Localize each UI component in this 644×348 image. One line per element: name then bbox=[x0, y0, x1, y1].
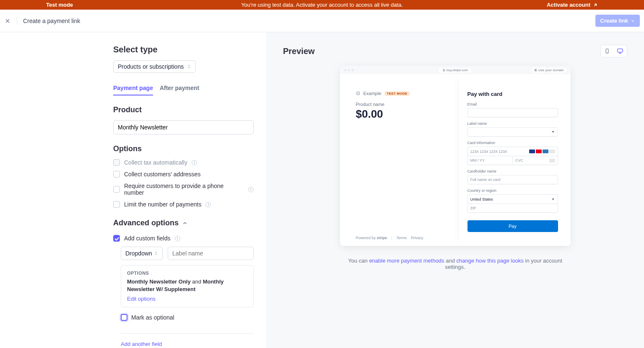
country-select[interactable]: United States bbox=[467, 194, 558, 204]
edit-options-link[interactable]: Edit options bbox=[127, 296, 247, 302]
limit-payments-label: Limit the number of payments bbox=[124, 201, 201, 208]
mobile-preview-button[interactable] bbox=[601, 45, 613, 57]
visa-icon bbox=[529, 150, 535, 153]
options-summary-box: OPTIONS Monthly Newsletter Only and Mont… bbox=[121, 265, 254, 307]
options-heading: Options bbox=[113, 144, 254, 153]
mobile-icon bbox=[604, 48, 610, 54]
form-pane: Select type Products or subscriptions Pa… bbox=[0, 32, 266, 348]
browser-mockup: buy.stripe.com Use your domain Example T… bbox=[340, 66, 571, 246]
custom-fields-checkbox[interactable] bbox=[113, 235, 120, 242]
tab-after-payment[interactable]: After payment bbox=[160, 85, 199, 95]
test-mode-badge: TEST MODE bbox=[384, 91, 409, 96]
info-icon[interactable]: i bbox=[248, 187, 254, 192]
use-your-domain-link[interactable]: Use your domain bbox=[532, 68, 566, 72]
options-box-header: OPTIONS bbox=[127, 271, 247, 276]
privacy-link[interactable]: Privacy bbox=[411, 236, 423, 240]
product-input[interactable] bbox=[113, 120, 254, 134]
pay-button[interactable]: Pay bbox=[467, 220, 558, 232]
browser-chrome: buy.stripe.com Use your domain bbox=[340, 66, 571, 74]
pay-with-card-title: Pay with card bbox=[467, 91, 558, 97]
tab-payment-page[interactable]: Payment page bbox=[113, 85, 153, 95]
add-another-field-link[interactable]: Add another field bbox=[121, 341, 162, 347]
preview-heading: Preview bbox=[283, 46, 315, 56]
globe-icon bbox=[534, 69, 537, 72]
collect-tax-label: Collect tax automatically bbox=[124, 159, 187, 166]
divider bbox=[17, 17, 17, 25]
card-number-input[interactable]: 1234 1234 1234 1234 bbox=[467, 147, 558, 156]
svg-rect-7 bbox=[356, 92, 359, 95]
checkout-footer: Powered by stripe | Terms Privacy bbox=[356, 236, 447, 240]
close-icon bbox=[4, 18, 11, 24]
external-link-icon bbox=[593, 3, 598, 8]
updown-icon bbox=[187, 64, 191, 69]
url-bar: buy.stripe.com bbox=[439, 68, 471, 72]
helper-text: You can enable more payment methods and … bbox=[340, 258, 571, 270]
updown-icon bbox=[154, 251, 158, 256]
custom-fields-label: Add custom fields bbox=[124, 235, 171, 242]
type-selector[interactable]: Products or subscriptions bbox=[113, 60, 196, 73]
info-icon[interactable]: i bbox=[175, 236, 180, 241]
checkout-summary: Example TEST MODE Product name $0.00 Pow… bbox=[340, 74, 459, 246]
collect-address-checkbox[interactable] bbox=[113, 171, 120, 178]
banner-left-label: Test mode bbox=[46, 2, 73, 8]
price-display: $0.00 bbox=[356, 108, 447, 121]
enable-payment-methods-link[interactable]: enable more payment methods bbox=[369, 258, 444, 264]
back-icon bbox=[356, 91, 360, 95]
product-name-label: Product name bbox=[356, 102, 447, 107]
field-label-input[interactable] bbox=[168, 247, 254, 260]
chevron-up-icon bbox=[182, 220, 188, 226]
desktop-preview-button[interactable] bbox=[613, 45, 627, 57]
preview-pane: Preview buy.stripe.com Use your bbox=[266, 32, 644, 348]
mark-optional-checkbox[interactable] bbox=[121, 314, 127, 321]
close-button[interactable] bbox=[4, 16, 11, 26]
test-mode-banner: Test mode You're using test data. Activa… bbox=[0, 0, 644, 10]
zip-input[interactable]: ZIP bbox=[467, 204, 558, 213]
product-heading: Product bbox=[113, 106, 254, 114]
info-icon[interactable]: i bbox=[205, 202, 211, 207]
limit-payments-checkbox[interactable] bbox=[113, 201, 120, 208]
cardholder-input[interactable]: Full name on card bbox=[467, 175, 558, 184]
require-phone-label: Require customers to provide a phone num… bbox=[124, 183, 244, 196]
require-phone-checkbox[interactable] bbox=[113, 186, 120, 193]
expiry-input[interactable]: MM / YY bbox=[467, 156, 513, 165]
lock-icon bbox=[442, 69, 445, 72]
header-bar: Create a payment link Create link bbox=[0, 10, 644, 32]
amex-icon bbox=[543, 150, 548, 153]
collect-tax-checkbox bbox=[113, 159, 120, 166]
field-type-dropdown[interactable]: Dropdown bbox=[121, 247, 163, 260]
cvc-icon bbox=[549, 159, 555, 162]
advanced-options-toggle[interactable]: Advanced options bbox=[113, 219, 254, 227]
page-title: Create a payment link bbox=[23, 18, 80, 24]
svg-rect-5 bbox=[443, 70, 444, 71]
activate-account-link[interactable]: Activate account bbox=[547, 2, 598, 8]
collect-address-label: Collect customers' addresses bbox=[124, 171, 200, 178]
desktop-icon bbox=[617, 48, 623, 54]
discover-icon bbox=[549, 150, 555, 153]
cvc-input[interactable]: CVC bbox=[512, 156, 558, 165]
banner-message: You're using test data. Activate your ac… bbox=[241, 2, 403, 8]
tabs: Payment page After payment bbox=[113, 85, 254, 95]
change-page-looks-link[interactable]: change how this page looks bbox=[457, 258, 524, 264]
create-link-button[interactable]: Create link bbox=[595, 15, 640, 27]
mastercard-icon bbox=[536, 150, 542, 153]
device-toggle bbox=[600, 45, 627, 57]
email-input[interactable] bbox=[467, 108, 558, 117]
custom-field-dropdown[interactable] bbox=[467, 127, 558, 137]
checkout-form: Pay with card Email Label name Card info… bbox=[459, 74, 571, 246]
info-icon[interactable]: i bbox=[192, 160, 197, 165]
svg-rect-2 bbox=[618, 49, 623, 52]
mark-optional-label: Mark as optional bbox=[131, 314, 174, 321]
chevron-down-icon bbox=[631, 19, 635, 23]
terms-link[interactable]: Terms bbox=[396, 236, 407, 240]
select-type-heading: Select type bbox=[113, 45, 254, 54]
